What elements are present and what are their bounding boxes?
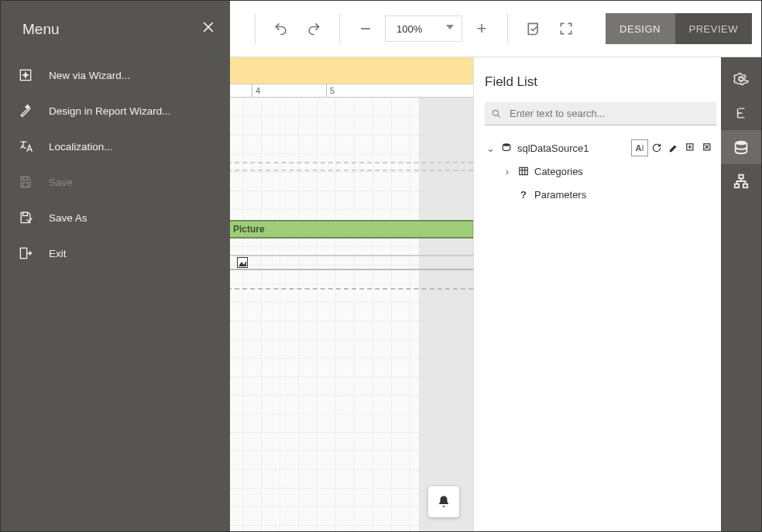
dock-field-list-button[interactable]	[721, 130, 761, 164]
menu-item-save: Save	[1, 164, 230, 200]
table-node-categories[interactable]: › Categories	[502, 160, 716, 183]
mode-preview-button[interactable]: PREVIEW	[675, 13, 752, 44]
svg-marker-0	[239, 261, 246, 266]
svg-line-2	[498, 115, 500, 117]
menu-label: Save As	[49, 212, 88, 224]
main-menu-panel: Menu New via Wizard... Design in Report …	[1, 1, 230, 531]
add-query-action-icon[interactable]	[682, 139, 699, 156]
panel-title: Field List	[485, 74, 716, 90]
save-icon	[16, 174, 35, 190]
menu-label: Save	[49, 177, 73, 188]
parameters-label: Parameters	[534, 189, 586, 201]
table-icon	[517, 166, 530, 177]
datasource-node[interactable]: ⌄ sqlDataSource1 AI	[485, 136, 716, 160]
field-search-input[interactable]	[508, 107, 710, 120]
localization-icon	[16, 139, 35, 154]
close-icon	[201, 19, 216, 35]
menu-close-button[interactable]	[201, 19, 216, 39]
save-as-icon	[16, 210, 35, 225]
svg-rect-16	[739, 175, 743, 179]
mode-design-button[interactable]: DESIGN	[606, 13, 675, 44]
zoom-value: 100%	[396, 23, 422, 35]
menu-item-localization[interactable]: Localization...	[1, 129, 230, 164]
menu-item-new-wizard[interactable]: New via Wizard...	[1, 57, 230, 93]
svg-rect-25	[20, 248, 26, 258]
magic-wand-icon	[16, 103, 35, 118]
menu-label: Design in Report Wizard...	[49, 105, 171, 117]
zoom-select[interactable]: 100%	[385, 15, 462, 42]
menu-label: New via Wizard...	[49, 70, 130, 81]
svg-rect-23	[23, 183, 29, 187]
question-icon: ?	[517, 189, 530, 201]
menu-item-design-wizard[interactable]: Design in Report Wizard...	[1, 93, 230, 129]
notifications-button[interactable]	[428, 486, 459, 517]
menu-items: New via Wizard... Design in Report Wizar…	[1, 57, 230, 271]
database-icon	[500, 142, 513, 153]
menu-title: Menu	[22, 21, 60, 38]
svg-rect-17	[735, 184, 740, 188]
svg-point-15	[736, 141, 747, 146]
field-picture[interactable]	[228, 256, 252, 269]
delete-action-icon[interactable]	[699, 139, 716, 156]
fullscreen-button[interactable]	[553, 15, 579, 42]
svg-rect-24	[23, 212, 28, 215]
chevron-down-icon	[446, 25, 454, 33]
zoom-in-button[interactable]: +	[469, 15, 495, 42]
wizard-star-icon	[16, 67, 35, 83]
redo-button[interactable]	[300, 15, 327, 42]
svg-point-14	[739, 77, 743, 81]
menu-label: Exit	[49, 248, 67, 259]
menu-item-exit[interactable]: Exit	[1, 235, 230, 271]
chevron-right-icon[interactable]: ›	[502, 166, 513, 177]
menu-label: Localization...	[49, 141, 113, 153]
menu-item-save-as[interactable]: Save As	[1, 200, 230, 235]
datasource-label: sqlDataSource1	[517, 142, 589, 154]
svg-rect-18	[743, 184, 748, 188]
mode-toggle: DESIGN PREVIEW	[606, 13, 752, 44]
field-search[interactable]	[485, 102, 716, 125]
dock-properties-button[interactable]	[721, 62, 761, 96]
rename-action-icon[interactable]: AI	[631, 139, 648, 156]
dock-report-explorer-button[interactable]	[721, 164, 761, 198]
image-placeholder-icon	[237, 257, 248, 268]
exit-icon	[16, 245, 35, 261]
svg-point-1	[493, 110, 498, 115]
zoom-out-button[interactable]: −	[352, 15, 379, 42]
right-dock	[721, 57, 761, 531]
refresh-action-icon[interactable]	[648, 139, 665, 156]
edit-action-icon[interactable]	[665, 139, 682, 156]
svg-rect-22	[23, 177, 28, 180]
dock-expressions-button[interactable]	[721, 96, 761, 130]
table-label: Categories	[534, 166, 583, 177]
col-picture-header[interactable]: Picture	[228, 221, 473, 237]
app-root: − 100% + DESIGN PREVIEW 1 2 3 4 5	[0, 0, 762, 532]
svg-rect-10	[520, 167, 528, 174]
undo-button[interactable]	[268, 15, 294, 42]
svg-point-3	[503, 143, 510, 146]
validate-button[interactable]	[520, 15, 547, 42]
chevron-down-icon[interactable]: ⌄	[485, 142, 496, 154]
search-icon	[491, 108, 502, 119]
field-list-panel: Field List ⌄ sqlDataSource1 AI	[473, 57, 721, 531]
menu-header: Menu	[1, 1, 230, 57]
parameters-node[interactable]: ? Parameters	[502, 183, 716, 206]
